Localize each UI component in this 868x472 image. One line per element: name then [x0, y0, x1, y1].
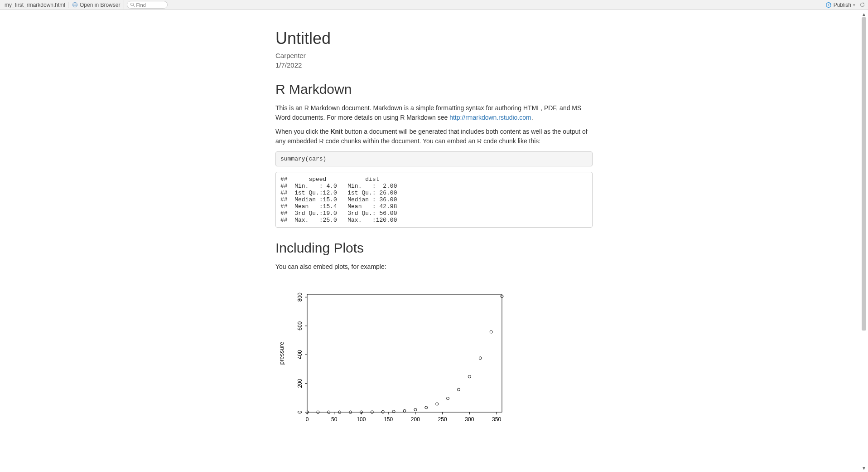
svg-point-50: [490, 331, 492, 333]
svg-point-4: [828, 4, 829, 5]
svg-point-45: [436, 403, 439, 405]
svg-text:150: 150: [384, 416, 393, 423]
svg-text:400: 400: [297, 350, 303, 359]
intro-paragraph: This is an R Markdown document. Markdown…: [275, 103, 593, 122]
svg-text:600: 600: [297, 321, 303, 330]
svg-text:300: 300: [465, 416, 474, 423]
page-title: Untitled: [275, 29, 593, 48]
svg-point-46: [447, 397, 449, 400]
svg-text:100: 100: [357, 416, 366, 423]
output-block-summary: ## speed dist ## Min. : 4.0 Min. : 2.00 …: [275, 172, 593, 228]
svg-point-0: [72, 2, 77, 7]
pressure-plot: 0200400600800pressure0501001502002503003…: [275, 290, 593, 437]
section-heading-rmarkdown: R Markdown: [275, 82, 593, 97]
document-body: Untitled Carpenter 1/7/2022 R Markdown T…: [269, 10, 599, 455]
svg-text:800: 800: [297, 292, 303, 302]
svg-text:200: 200: [297, 379, 303, 388]
section-heading-plots: Including Plots: [275, 240, 593, 256]
svg-point-41: [392, 410, 395, 413]
publish-label: Publish: [834, 2, 851, 8]
svg-text:0: 0: [306, 416, 309, 423]
globe-icon: [72, 2, 78, 8]
svg-point-2: [131, 3, 134, 5]
knit-text-before: When you click the: [275, 128, 330, 135]
open-in-browser-button[interactable]: Open in Browser: [68, 0, 124, 10]
date-label: 1/7/2022: [275, 61, 593, 69]
scrollbar-thumb[interactable]: [862, 17, 866, 331]
filename-label: my_first_rmarkdown.html: [2, 2, 68, 8]
publish-button[interactable]: Publish ▾: [823, 2, 858, 8]
plots-paragraph: You can also embed plots, for example:: [275, 262, 593, 272]
svg-text:350: 350: [492, 416, 501, 423]
svg-point-42: [403, 409, 406, 412]
intro-text-before: This is an R Markdown document. Markdown…: [275, 104, 581, 121]
search-icon: [130, 2, 135, 7]
code-block-summary: summary(cars): [275, 151, 593, 166]
svg-point-43: [414, 409, 417, 411]
find-input[interactable]: [135, 2, 160, 8]
chevron-down-icon: ▾: [853, 3, 855, 7]
open-in-browser-label: Open in Browser: [80, 2, 120, 8]
svg-point-47: [457, 388, 460, 391]
toolbar: my_first_rmarkdown.html Open in Browser …: [0, 0, 868, 10]
knit-paragraph: When you click the Knit button a documen…: [275, 127, 593, 146]
find-box[interactable]: [127, 1, 168, 9]
knit-strong: Knit: [330, 128, 342, 135]
svg-point-48: [468, 375, 471, 378]
refresh-icon: [859, 2, 865, 8]
refresh-button[interactable]: [858, 1, 866, 9]
svg-text:pressure: pressure: [278, 342, 285, 365]
scatter-chart-svg: 0200400600800pressure0501001502002503003…: [275, 290, 511, 435]
viewer-pane: ▲ ▼ Untitled Carpenter 1/7/2022 R Markdo…: [0, 10, 868, 472]
scrollbar-track[interactable]: [861, 17, 867, 465]
svg-point-44: [425, 406, 428, 409]
svg-text:50: 50: [331, 416, 338, 423]
intro-text-after: .: [531, 114, 533, 121]
rmarkdown-link[interactable]: http://rmarkdown.rstudio.com: [449, 114, 531, 121]
publish-icon: [825, 2, 832, 8]
svg-point-40: [381, 410, 384, 413]
svg-text:0: 0: [297, 410, 303, 414]
svg-text:200: 200: [411, 416, 420, 423]
svg-point-1: [74, 2, 76, 7]
document-scroll-area[interactable]: Untitled Carpenter 1/7/2022 R Markdown T…: [0, 10, 868, 472]
svg-rect-5: [307, 294, 502, 412]
svg-text:250: 250: [438, 416, 447, 423]
scroll-down-button[interactable]: ▼: [861, 465, 867, 471]
author-label: Carpenter: [275, 52, 593, 59]
svg-point-49: [479, 357, 482, 360]
scroll-up-button[interactable]: ▲: [861, 11, 867, 17]
